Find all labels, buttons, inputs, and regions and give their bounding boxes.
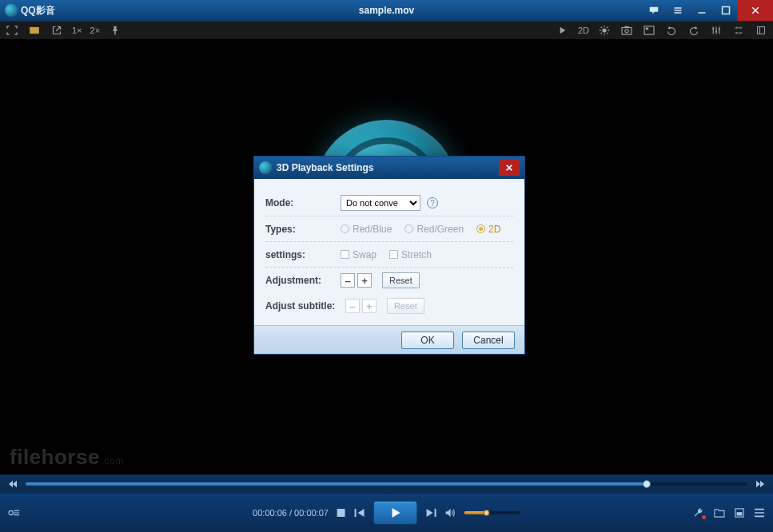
dialog-body: Mode: Do not conve ? Types: Red/Blue Red… <box>254 179 524 325</box>
seek-prev-icon[interactable] <box>8 480 18 488</box>
row-adjustment: Adjustment: – + Reset <box>265 268 513 293</box>
equalizer-icon[interactable] <box>709 23 723 38</box>
next-button[interactable] <box>426 508 437 518</box>
svg-rect-18 <box>355 509 357 517</box>
fullscreen-icon[interactable] <box>5 23 19 38</box>
cancel-button[interactable]: Cancel <box>462 332 515 349</box>
aspect-icon[interactable] <box>27 23 42 38</box>
ok-button[interactable]: OK <box>401 332 454 349</box>
check-swap[interactable]: Swap <box>341 249 377 260</box>
volume-slider[interactable] <box>464 511 520 514</box>
svg-rect-4 <box>723 7 730 14</box>
secondary-toolbar: 1× 2× 2D <box>0 21 773 40</box>
play-button[interactable] <box>373 501 418 525</box>
svg-point-12 <box>712 28 714 30</box>
radio-red-green[interactable]: Red/Green <box>404 224 464 235</box>
mode-2d[interactable]: 2D <box>578 26 589 35</box>
minimize-button[interactable] <box>690 0 714 21</box>
seek-fill <box>26 482 647 486</box>
watermark-text: filehorse <box>10 445 100 469</box>
row-adjust-subtitle: Adjust subtitle: – + Reset <box>265 293 513 319</box>
radio-red-green-label: Red/Green <box>416 224 464 235</box>
playlist-toggle-icon[interactable] <box>8 507 21 518</box>
subtitle-plus: + <box>362 299 377 313</box>
app-logo-icon <box>5 4 18 17</box>
window-controls <box>642 0 773 21</box>
feedback-icon[interactable] <box>642 0 666 21</box>
snapshot-icon[interactable] <box>620 23 634 38</box>
rotate-right-icon[interactable] <box>687 23 701 38</box>
volume-thumb[interactable] <box>484 510 490 516</box>
types-radio-group: Red/Blue Red/Green 2D <box>341 224 500 235</box>
tools-icon[interactable] <box>693 507 704 518</box>
radio-2d-label: 2D <box>488 224 500 235</box>
adjustment-reset[interactable]: Reset <box>382 272 420 288</box>
svg-rect-21 <box>737 512 743 515</box>
pop-out-icon[interactable] <box>50 23 64 38</box>
svg-rect-19 <box>435 509 436 517</box>
radio-red-blue[interactable]: Red/Blue <box>341 224 392 235</box>
time-current: 00:00:06 <box>253 508 287 518</box>
video-settings-icon[interactable] <box>642 23 656 38</box>
svg-point-8 <box>625 30 628 33</box>
app-name-label: QQ影音 <box>21 4 55 18</box>
help-icon[interactable]: ? <box>427 197 438 208</box>
dialog-title: 3D Playback Settings <box>277 162 373 173</box>
svg-rect-3 <box>699 12 706 14</box>
mode-label: Mode: <box>265 197 341 208</box>
pin-icon[interactable] <box>108 23 122 38</box>
rotate-left-icon[interactable] <box>664 23 679 38</box>
mode-select[interactable]: Do not conve <box>341 195 420 211</box>
dialog-titlebar[interactable]: 3D Playback Settings <box>254 157 524 179</box>
svg-point-13 <box>715 30 717 32</box>
watermark: filehorse.com <box>10 445 124 470</box>
speed-1x[interactable]: 1× <box>72 26 82 35</box>
adjustment-label: Adjustment: <box>265 275 341 286</box>
check-stretch-label: Stretch <box>401 249 432 260</box>
play-small-icon[interactable] <box>556 23 570 38</box>
svg-rect-10 <box>644 26 654 34</box>
stop-button[interactable] <box>337 508 346 518</box>
svg-rect-15 <box>758 27 765 34</box>
dialog-footer: OK Cancel <box>254 325 524 354</box>
subtitle-minus: – <box>345 299 360 313</box>
types-label: Types: <box>265 224 341 235</box>
time-display: 00:00:06 / 00:00:07 <box>253 508 329 518</box>
adjustment-plus[interactable]: + <box>357 273 372 288</box>
seek-thumb[interactable] <box>643 480 651 488</box>
app-title: QQ影音 <box>0 4 60 18</box>
svg-point-6 <box>602 28 606 32</box>
menu-icon[interactable] <box>666 0 690 21</box>
seek-track[interactable] <box>26 482 747 486</box>
dialog-close-button[interactable] <box>499 160 520 176</box>
playlist-icon[interactable] <box>754 508 765 518</box>
expand-icon[interactable] <box>754 23 768 38</box>
row-mode: Mode: Do not conve ? <box>265 190 513 216</box>
subtitle-reset: Reset <box>387 298 424 314</box>
close-button[interactable] <box>738 0 773 21</box>
settings-label: settings: <box>265 249 341 260</box>
more-tools-icon[interactable] <box>731 23 746 38</box>
svg-rect-17 <box>337 509 345 517</box>
svg-rect-11 <box>646 28 648 30</box>
maximize-button[interactable] <box>714 0 738 21</box>
brightness-icon[interactable] <box>597 23 612 38</box>
titlebar: QQ影音 sample.mov <box>0 0 773 21</box>
volume-icon[interactable] <box>445 508 456 518</box>
radio-red-blue-label: Red/Blue <box>353 224 392 235</box>
radio-2d[interactable]: 2D <box>476 224 500 235</box>
adjustment-minus[interactable]: – <box>341 273 355 288</box>
svg-rect-1 <box>675 10 682 11</box>
open-file-icon[interactable] <box>714 508 725 518</box>
check-stretch[interactable]: Stretch <box>389 249 432 260</box>
settings-check-group: Swap Stretch <box>341 249 432 260</box>
mini-mode-icon[interactable] <box>735 508 744 518</box>
svg-point-16 <box>9 510 13 514</box>
seek-next-icon[interactable] <box>755 480 765 488</box>
dialog-app-icon <box>259 161 272 174</box>
check-swap-label: Swap <box>353 249 377 260</box>
previous-button[interactable] <box>354 508 365 518</box>
speed-2x[interactable]: 2× <box>90 26 101 35</box>
svg-rect-0 <box>675 7 682 9</box>
time-total: 00:00:07 <box>294 508 329 518</box>
